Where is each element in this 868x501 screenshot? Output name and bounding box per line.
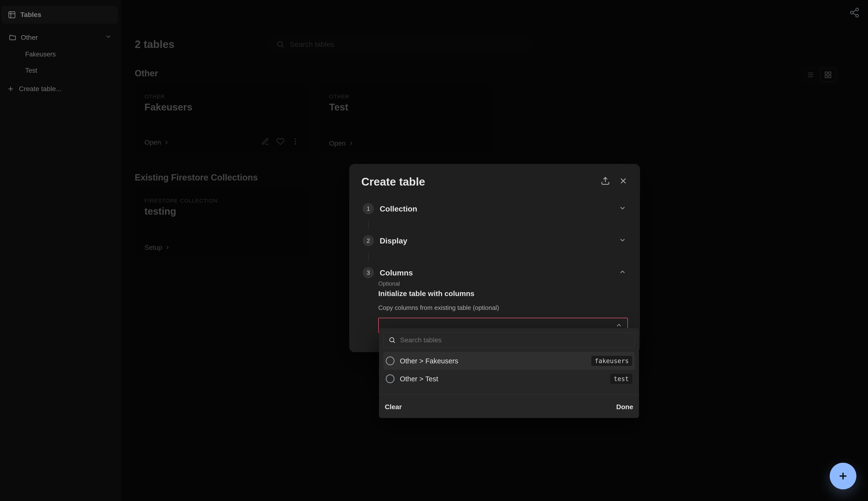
search-icon	[389, 337, 396, 344]
create-table-modal: Create table 1 Collection 2 Display 3	[349, 164, 640, 352]
columns-init-title: Initialize table with columns	[378, 289, 628, 298]
close-icon[interactable]	[619, 176, 628, 187]
folder-icon	[9, 34, 17, 41]
dropdown-option-fakeusers[interactable]: Other > Fakeusers fakeusers	[383, 352, 635, 370]
sidebar-item-label: Test	[25, 67, 37, 74]
radio-icon	[386, 356, 394, 365]
plus-icon	[7, 85, 14, 93]
sidebar-create-table-label: Create table...	[19, 85, 62, 93]
chevron-up-icon	[619, 268, 626, 277]
step-connector	[368, 221, 369, 229]
sidebar-group-label: Other	[21, 34, 38, 41]
dropdown-option-label: Other > Fakeusers	[400, 357, 458, 365]
sidebar: Tables Other Fakeusers Test Create table…	[0, 0, 121, 501]
dropdown-option-code: fakeusers	[591, 356, 632, 366]
plus-icon	[837, 470, 849, 482]
chevron-down-icon	[619, 204, 626, 213]
dropdown-option-label: Other > Test	[400, 375, 438, 383]
step-label: Columns	[380, 268, 413, 277]
dropdown-clear-button[interactable]: Clear	[385, 403, 402, 411]
step-label: Display	[380, 236, 407, 245]
sidebar-header-tables[interactable]: Tables	[1, 6, 118, 24]
step-number: 1	[363, 203, 374, 214]
dropdown-option-test[interactable]: Other > Test test	[383, 370, 635, 388]
dropdown-option-code: test	[610, 374, 632, 384]
sidebar-item-label: Fakeusers	[25, 51, 56, 58]
sidebar-tables-label: Tables	[20, 11, 41, 19]
columns-copy-label: Copy columns from existing table (option…	[378, 304, 628, 311]
import-icon[interactable]	[601, 176, 610, 187]
chevron-down-icon	[105, 33, 112, 42]
chevron-up-icon	[615, 322, 623, 329]
step-display[interactable]: 2 Display	[361, 229, 628, 253]
tables-icon	[8, 11, 16, 19]
step-number: 2	[363, 235, 374, 246]
step-collection[interactable]: 1 Collection	[361, 197, 628, 221]
radio-icon	[386, 374, 394, 383]
dropdown-search[interactable]	[383, 333, 635, 348]
sidebar-group-other[interactable]: Other	[3, 29, 118, 46]
modal-title: Create table	[361, 175, 425, 188]
step-connector	[368, 253, 369, 261]
step-label: Collection	[380, 204, 417, 213]
svg-point-28	[390, 338, 394, 342]
svg-rect-8	[9, 12, 15, 18]
step-number: 3	[363, 267, 374, 278]
sidebar-create-table[interactable]: Create table...	[0, 80, 121, 98]
dropdown-done-button[interactable]: Done	[616, 403, 633, 411]
dropdown-search-input[interactable]	[400, 336, 629, 344]
step-columns[interactable]: 3 Columns	[361, 261, 628, 285]
sidebar-item-fakeusers[interactable]: Fakeusers	[3, 46, 118, 63]
copy-columns-dropdown-panel: Other > Fakeusers fakeusers Other > Test…	[379, 328, 639, 418]
sidebar-item-test[interactable]: Test	[3, 63, 118, 79]
svg-line-29	[393, 341, 395, 343]
chevron-down-icon	[619, 236, 626, 245]
fab-add-button[interactable]	[830, 463, 856, 489]
